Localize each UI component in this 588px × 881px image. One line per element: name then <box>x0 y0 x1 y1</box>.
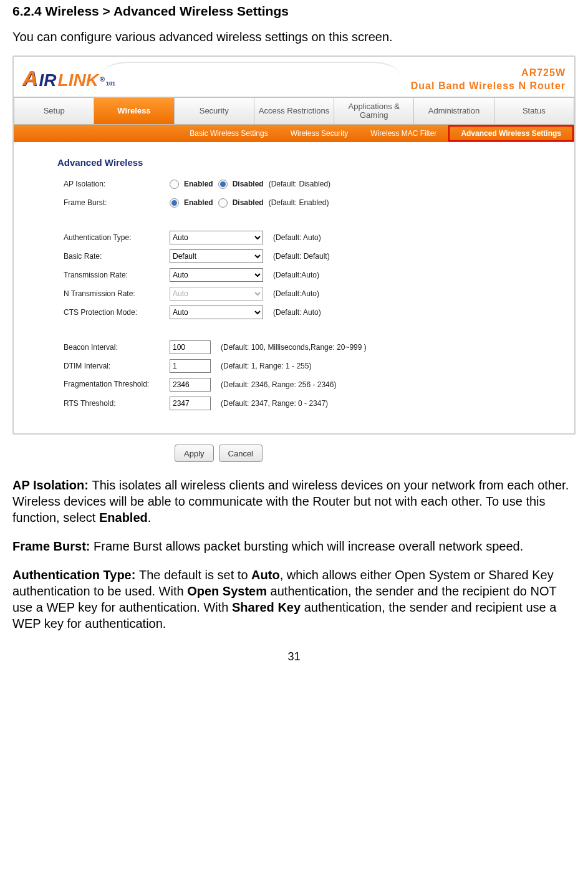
hint-auth-type: (Default: Auto) <box>273 233 321 242</box>
hint-cts-mode: (Default: Auto) <box>273 308 321 317</box>
hint-frag: (Default: 2346, Range: 256 - 2346) <box>221 380 336 389</box>
label-ap-isolation: AP Isolation: <box>64 180 170 188</box>
hint-beacon: (Default: 100, Milliseconds,Range: 20~99… <box>221 343 367 352</box>
main-tabs: Setup Wireless Security Access Restricti… <box>14 97 574 125</box>
label-basic-rate: Basic Rate: <box>64 252 170 261</box>
desc-ap-isolation-1: This isolates all wireless clients and w… <box>12 478 569 524</box>
product-model: AR725W <box>411 67 566 80</box>
row-auth-type: Authentication Type: Auto (Default: Auto… <box>64 230 556 245</box>
select-n-tx-rate[interactable]: Auto <box>170 287 263 301</box>
radio-ap-disabled-label: Disabled <box>233 180 264 188</box>
button-row: Apply Cancel <box>175 445 576 462</box>
hint-dtim: (Default: 1, Range: 1 - 255) <box>221 362 311 370</box>
settings-panel: Advanced Wireless AP Isolation: Enabled … <box>14 142 574 433</box>
description-text: AP Isolation: This isolates all wireless… <box>12 477 576 632</box>
logo-ir: IR <box>39 70 57 90</box>
label-beacon: Beacon Interval: <box>64 343 170 352</box>
router-admin-ui: A IR LINK ® 101 AR725W Dual Band Wireles… <box>12 55 576 435</box>
term-auth-type: Authentication Type: <box>12 568 139 582</box>
select-cts-mode[interactable]: Auto <box>170 306 263 319</box>
router-header: A IR LINK ® 101 AR725W Dual Band Wireles… <box>14 57 574 97</box>
radio-ap-enabled-label: Enabled <box>184 180 213 188</box>
tab-setup[interactable]: Setup <box>14 97 94 125</box>
input-dtim[interactable] <box>170 359 211 373</box>
label-frag: Fragmentation Threshold: <box>64 380 170 388</box>
tab-apps-gaming[interactable]: Applications & Gaming <box>334 97 414 125</box>
tab-access-restrictions[interactable]: Access Restrictions <box>254 97 334 125</box>
row-cts-mode: CTS Protection Mode: Auto (Default: Auto… <box>64 305 556 320</box>
radio-fb-disabled-label: Disabled <box>233 198 264 207</box>
row-n-tx-rate: N Transmission Rate: Auto (Default:Auto) <box>64 286 556 301</box>
panel-title: Advanced Wireless <box>57 157 556 168</box>
radio-fb-enabled[interactable] <box>170 198 179 208</box>
row-tx-rate: Transmission Rate: Auto (Default:Auto) <box>64 267 556 282</box>
tab-wireless[interactable]: Wireless <box>94 97 174 125</box>
tab-administration[interactable]: Administration <box>414 97 494 125</box>
term-frame-burst: Frame Burst: <box>12 539 94 553</box>
label-cts-mode: CTS Protection Mode: <box>64 308 170 317</box>
term-ap-isolation: AP Isolation: <box>12 478 92 492</box>
logo-letter-a: A <box>22 66 38 90</box>
hint-ap-isolation: (Default: Disabled) <box>269 180 330 188</box>
page-number: 31 <box>12 650 576 663</box>
label-n-tx-rate: N Transmission Rate: <box>64 289 170 298</box>
tab-status[interactable]: Status <box>494 97 574 125</box>
desc-auth-open: Open System <box>187 584 267 598</box>
hint-rts: (Default: 2347, Range: 0 - 2347) <box>221 399 328 408</box>
tab-security[interactable]: Security <box>175 97 254 125</box>
desc-ap-isolation-enabled: Enabled <box>99 511 148 524</box>
row-frame-burst: Frame Burst: Enabled Disabled (Default: … <box>64 195 556 210</box>
input-frag[interactable] <box>170 378 211 392</box>
desc-auth-1: The default is set to <box>139 568 251 582</box>
radio-ap-enabled[interactable] <box>170 180 179 189</box>
logo-link: LINK <box>58 70 99 90</box>
select-auth-type[interactable]: Auto <box>170 231 263 244</box>
select-basic-rate[interactable]: Default <box>170 249 263 263</box>
hint-n-tx-rate: (Default:Auto) <box>273 289 319 298</box>
desc-frame-burst: Frame Burst allows packet bursting which… <box>94 539 523 553</box>
subtab-basic-wireless[interactable]: Basic Wireless Settings <box>178 125 279 142</box>
cancel-button[interactable]: Cancel <box>219 445 263 462</box>
label-auth-type: Authentication Type: <box>64 233 170 242</box>
desc-auth-shared: Shared Key <box>232 600 301 614</box>
subtab-wireless-security[interactable]: Wireless Security <box>279 125 360 142</box>
row-rts-threshold: RTS Threshold: (Default: 2347, Range: 0 … <box>64 396 556 411</box>
hint-tx-rate: (Default:Auto) <box>273 271 319 279</box>
radio-fb-disabled[interactable] <box>218 198 228 208</box>
row-frag-threshold: Fragmentation Threshold: (Default: 2346,… <box>64 377 556 392</box>
decorative-swoosh <box>101 62 400 88</box>
sub-tabs: Basic Wireless Settings Wireless Securit… <box>14 125 574 142</box>
row-beacon-interval: Beacon Interval: (Default: 100, Millisec… <box>64 340 556 355</box>
input-beacon[interactable] <box>170 340 211 354</box>
intro-text: You can configure various advanced wirel… <box>12 30 576 44</box>
desc-auth-auto: Auto <box>251 568 280 582</box>
row-ap-isolation: AP Isolation: Enabled Disabled (Default:… <box>64 176 556 191</box>
label-rts: RTS Threshold: <box>64 399 170 408</box>
product-label: AR725W Dual Band Wireless N Router <box>411 63 566 93</box>
label-dtim: DTIM Interval: <box>64 362 170 370</box>
hint-basic-rate: (Default: Default) <box>273 252 330 261</box>
apply-button[interactable]: Apply <box>175 445 214 462</box>
subtab-mac-filter[interactable]: Wireless MAC Filter <box>359 125 448 142</box>
select-tx-rate[interactable]: Auto <box>170 268 263 282</box>
product-tagline: Dual Band Wireless N Router <box>411 80 566 93</box>
hint-frame-burst: (Default: Enabled) <box>269 198 329 207</box>
radio-ap-disabled[interactable] <box>218 180 228 189</box>
subtab-advanced-wireless[interactable]: Advanced Wireless Settings <box>448 125 574 142</box>
radio-fb-enabled-label: Enabled <box>184 198 213 207</box>
row-dtim-interval: DTIM Interval: (Default: 1, Range: 1 - 2… <box>64 359 556 373</box>
row-basic-rate: Basic Rate: Default (Default: Default) <box>64 249 556 264</box>
desc-ap-isolation-2: . <box>148 511 152 524</box>
section-heading: 6.2.4 Wireless > Advanced Wireless Setti… <box>12 4 576 19</box>
label-frame-burst: Frame Burst: <box>64 198 170 207</box>
label-tx-rate: Transmission Rate: <box>64 271 170 279</box>
input-rts[interactable] <box>170 397 211 410</box>
